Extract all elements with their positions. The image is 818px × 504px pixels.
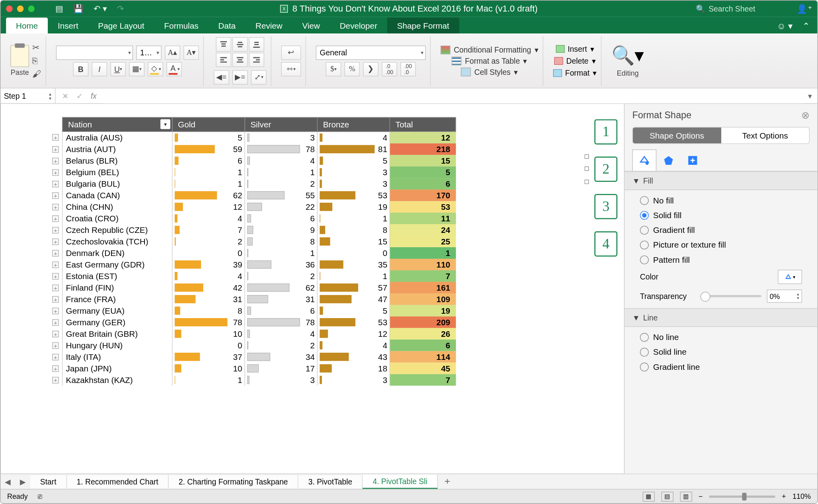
- save-icon[interactable]: ▤: [55, 4, 63, 14]
- total-cell[interactable]: 53: [390, 201, 456, 213]
- zoom-window[interactable]: [28, 6, 35, 12]
- font-size-select[interactable]: 1…: [136, 45, 161, 60]
- table-row[interactable]: +Finland (FIN)426257161: [49, 282, 456, 293]
- search-sheet-input[interactable]: [709, 4, 785, 13]
- bronze-cell[interactable]: 5: [317, 155, 390, 166]
- silver-cell[interactable]: 31: [245, 293, 317, 305]
- line-option-radio[interactable]: No line: [640, 332, 802, 342]
- silver-cell[interactable]: 4: [245, 328, 317, 340]
- bronze-cell[interactable]: 3: [317, 178, 390, 189]
- bronze-cell[interactable]: 1: [317, 270, 390, 282]
- table-row[interactable]: +China (CHN)12221953: [49, 201, 456, 213]
- total-cell[interactable]: 109: [390, 293, 456, 305]
- sheet-nav-next[interactable]: ▶: [16, 477, 30, 486]
- transparency-input[interactable]: 0%▴▾: [767, 289, 802, 303]
- silver-cell[interactable]: 6: [245, 213, 317, 224]
- nation-cell[interactable]: Germany (GER): [62, 316, 172, 328]
- collapse-ribbon-icon[interactable]: ⌃: [802, 21, 810, 31]
- align-bottom[interactable]: [249, 37, 264, 51]
- total-cell[interactable]: 6: [390, 340, 456, 351]
- silver-cell[interactable]: 78: [245, 143, 317, 155]
- col-header-silver[interactable]: Silver: [245, 117, 317, 132]
- fill-option-radio[interactable]: Gradient fill: [640, 225, 802, 234]
- gold-cell[interactable]: 0: [172, 340, 245, 351]
- total-cell[interactable]: 209: [390, 316, 456, 328]
- bronze-cell[interactable]: 57: [317, 282, 390, 293]
- gold-cell[interactable]: 12: [172, 201, 245, 213]
- silver-cell[interactable]: 4: [245, 155, 317, 166]
- table-row[interactable]: +Czechoslovakia (TCH)281525: [49, 236, 456, 247]
- expand-icon[interactable]: +: [49, 340, 62, 351]
- insert-cells-button[interactable]: Insert ▾: [556, 44, 594, 53]
- bronze-cell[interactable]: 4: [317, 132, 390, 144]
- expand-icon[interactable]: +: [49, 132, 62, 144]
- copy-icon[interactable]: ⎘: [32, 56, 41, 66]
- size-tab-icon[interactable]: [681, 149, 705, 171]
- step-shape-3[interactable]: 3: [594, 194, 617, 219]
- silver-cell[interactable]: 6: [245, 305, 317, 316]
- line-option-radio[interactable]: Solid line: [640, 347, 802, 356]
- minimize-window[interactable]: [17, 6, 24, 12]
- decrease-decimal[interactable]: .00.0: [400, 62, 416, 76]
- bronze-cell[interactable]: 0: [317, 247, 390, 259]
- delete-cells-button[interactable]: Delete ▾: [554, 56, 595, 65]
- bronze-cell[interactable]: 35: [317, 259, 390, 270]
- fill-color-button[interactable]: ◇▾: [148, 62, 163, 76]
- gold-cell[interactable]: 1: [172, 374, 245, 386]
- total-cell[interactable]: 19: [390, 305, 456, 316]
- radio-icon[interactable]: [640, 240, 649, 249]
- expand-formula-bar[interactable]: ▾: [802, 92, 817, 100]
- silver-cell[interactable]: 22: [245, 201, 317, 213]
- tab-view[interactable]: View: [292, 18, 330, 33]
- nation-cell[interactable]: Belarus (BLR): [62, 155, 172, 166]
- line-section-header[interactable]: ▼ Line: [625, 308, 817, 327]
- font-color-button[interactable]: A▾: [166, 62, 182, 76]
- add-sheet-button[interactable]: +: [438, 476, 457, 487]
- cut-icon[interactable]: ✂: [32, 42, 41, 53]
- nation-cell[interactable]: Kazakhstan (KAZ): [62, 374, 172, 386]
- table-row[interactable]: +Italy (ITA)373443114: [49, 351, 456, 363]
- table-row[interactable]: +Czech Republic (CZE)79824: [49, 224, 456, 236]
- decrease-font-icon[interactable]: A▾: [184, 45, 199, 60]
- nation-cell[interactable]: Denmark (DEN): [62, 247, 172, 259]
- total-cell[interactable]: 5: [390, 166, 456, 178]
- step-shape-4[interactable]: 4: [594, 231, 617, 256]
- bronze-cell[interactable]: 47: [317, 293, 390, 305]
- table-row[interactable]: +Great Britain (GBR)1041226: [49, 328, 456, 340]
- expand-icon[interactable]: +: [49, 305, 62, 316]
- gold-cell[interactable]: 37: [172, 351, 245, 363]
- bronze-cell[interactable]: 53: [317, 316, 390, 328]
- zoom-out-icon[interactable]: −: [699, 492, 703, 500]
- filter-dropdown-icon[interactable]: ▾: [160, 119, 170, 129]
- fx-icon[interactable]: fx: [91, 92, 97, 100]
- silver-cell[interactable]: 17: [245, 363, 317, 374]
- table-row[interactable]: +Germany (GER)787853209: [49, 316, 456, 328]
- sheet-tab[interactable]: Start: [30, 475, 67, 488]
- find-icon[interactable]: 🔍▾: [611, 44, 644, 66]
- gold-cell[interactable]: 39: [172, 259, 245, 270]
- gold-cell[interactable]: 62: [172, 189, 245, 201]
- gold-cell[interactable]: 5: [172, 132, 245, 144]
- nation-cell[interactable]: Czech Republic (CZE): [62, 224, 172, 236]
- bronze-cell[interactable]: 15: [317, 236, 390, 247]
- gold-cell[interactable]: 1: [172, 178, 245, 189]
- nation-cell[interactable]: Belgium (BEL): [62, 166, 172, 178]
- silver-cell[interactable]: 36: [245, 259, 317, 270]
- close-window[interactable]: [6, 6, 13, 12]
- expand-icon[interactable]: +: [49, 293, 62, 305]
- decrease-indent[interactable]: ◀≡: [214, 70, 229, 84]
- macro-record-icon[interactable]: ⎚: [38, 492, 42, 500]
- undo-icon[interactable]: ↶ ▾: [94, 4, 107, 14]
- tab-shape-format[interactable]: Shape Format: [387, 18, 459, 33]
- tab-page-layout[interactable]: Page Layout: [88, 18, 154, 33]
- gold-cell[interactable]: 78: [172, 316, 245, 328]
- gold-cell[interactable]: 42: [172, 282, 245, 293]
- bold-button[interactable]: B: [73, 62, 89, 76]
- tab-formulas[interactable]: Formulas: [154, 18, 208, 33]
- bronze-cell[interactable]: 18: [317, 363, 390, 374]
- silver-cell[interactable]: 8: [245, 236, 317, 247]
- expand-icon[interactable]: +: [49, 213, 62, 224]
- radio-icon[interactable]: [640, 196, 649, 205]
- radio-icon[interactable]: [640, 362, 649, 371]
- gold-cell[interactable]: 0: [172, 247, 245, 259]
